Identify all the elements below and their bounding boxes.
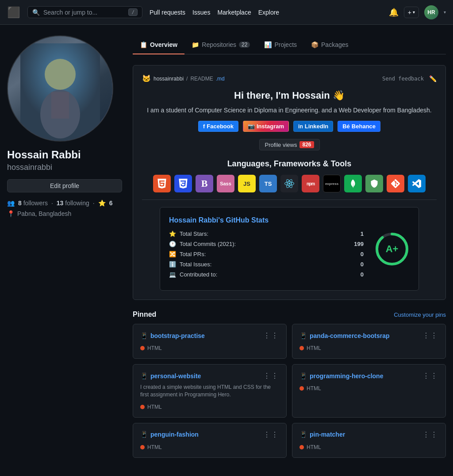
navbar-links: Pull requests Issues Marketplace Explore (150, 9, 279, 16)
pinned-repo-name[interactable]: bootstrap-practise (150, 332, 205, 339)
social-badges: f Facebook 📷 Instagram in LinkedIn Bé Be… (142, 121, 437, 132)
pinned-card-header: 📱 programming-hero-clone ⋮⋮ (299, 372, 438, 380)
readme-separator: / (186, 76, 188, 82)
user-avatar[interactable]: HR (424, 5, 438, 19)
nav-explore[interactable]: Explore (258, 9, 279, 16)
readme-actions: Send feedback ✏️ (382, 75, 437, 82)
readme-filename: README (190, 76, 213, 82)
pinned-header: Pinned Customize your pins (133, 311, 446, 319)
github-logo-icon[interactable]: ⬛ (7, 6, 20, 19)
stat-value-issues: 0 (350, 261, 364, 268)
svg-rect-3 (51, 92, 69, 119)
profile-views-count: 826 (299, 141, 314, 148)
express-icon: express (323, 175, 341, 192)
lang-name: HTML (147, 404, 162, 410)
pinned-repo-name[interactable]: programming-hero-clone (310, 372, 383, 380)
nav-marketplace[interactable]: Marketplace (217, 9, 251, 16)
search-bar[interactable]: 🔍 Search or jump to... / (27, 6, 142, 18)
projects-icon: 📊 (264, 41, 272, 48)
pinned-card-desc: I created a simple website using HTML an… (140, 384, 279, 399)
lang-dot (299, 386, 304, 391)
stats-title: Hossain Rabbi's GitHub Stats (169, 216, 364, 224)
edit-readme-icon[interactable]: ✏️ (429, 75, 437, 82)
edit-profile-button[interactable]: Edit profile (7, 179, 122, 192)
pinned-menu-icon[interactable]: ⋮⋮ (422, 430, 438, 439)
stat-value-commits: 199 (350, 241, 364, 247)
git-icon (387, 175, 404, 192)
nav-pull-requests[interactable]: Pull requests (150, 9, 185, 16)
grade-circle: A+ (374, 231, 410, 267)
following-count[interactable]: 13 following (57, 200, 89, 207)
main-content: 📋 Overview 📁 Repositories 22 📊 Projects … (133, 35, 446, 458)
sidebar: 🏠 Hossain Rabbi hossainrabbi Edit profil… (7, 35, 122, 458)
linkedin-badge[interactable]: in LinkedIn (293, 121, 333, 132)
pinned-card-title-row: 📱 bootstrap-practise (140, 332, 205, 339)
stat-label-commits: Total Commits (2021): (180, 241, 347, 247)
lang-dot (140, 405, 145, 409)
behance-badge[interactable]: Bé Behance (338, 121, 380, 132)
pinned-repo-name[interactable]: personal-website (150, 372, 201, 380)
tab-repositories[interactable]: 📁 Repositories 22 (184, 36, 257, 54)
behance-icon: Bé (342, 123, 350, 130)
languages-heading: Languages, Frameworks & Tools (142, 159, 437, 169)
mongodb-icon (344, 175, 362, 192)
pinned-repo-name[interactable]: penguin-fashion (150, 431, 199, 438)
list-item: 📱 panda-commerce-bootsrap ⋮⋮ HTML (292, 324, 446, 359)
pinned-card-header: 📱 bootstrap-practise ⋮⋮ (140, 331, 279, 340)
list-item: 📱 pin-matcher ⋮⋮ HTML (292, 423, 446, 458)
lang-dot (140, 445, 145, 449)
repo-card-icon: 📱 (299, 372, 307, 380)
vscode-icon (408, 175, 426, 192)
pinned-menu-icon[interactable]: ⋮⋮ (422, 372, 438, 380)
readme-header: 🐱 hossainrabbi / README .md Send feedbac… (142, 74, 437, 83)
stars-count: 6 (109, 200, 113, 207)
pinned-menu-icon[interactable]: ⋮⋮ (263, 372, 279, 380)
grade-letter: A+ (386, 243, 399, 255)
pinned-card-title-row: 📱 panda-commerce-bootsrap (299, 332, 389, 339)
pinned-repo-name[interactable]: panda-commerce-bootsrap (310, 332, 389, 339)
list-item: 📱 programming-hero-clone ⋮⋮ HTML (292, 364, 446, 418)
pinned-card-title-row: 📱 pin-matcher (299, 431, 345, 438)
navbar-right: 🔔 + ▾ HR ▾ (389, 5, 446, 19)
followers-icon: 👥 (7, 200, 15, 207)
sass-icon: Sass (217, 175, 234, 192)
stat-row-commits: 🕐 Total Commits (2021): 199 (169, 241, 364, 247)
profile-display-name: Hossain Rabbi (7, 149, 122, 161)
pinned-menu-icon[interactable]: ⋮⋮ (263, 430, 279, 439)
pinned-repo-name[interactable]: pin-matcher (310, 431, 345, 438)
nav-issues[interactable]: Issues (192, 9, 210, 16)
notifications-icon[interactable]: 🔔 (389, 8, 399, 17)
svg-point-1 (45, 59, 76, 90)
tab-packages[interactable]: 📦 Packages (304, 36, 355, 54)
pinned-card-title-row: 📱 personal-website (140, 372, 201, 380)
send-feedback-link[interactable]: Send feedback (382, 76, 424, 82)
create-button[interactable]: + ▾ (404, 7, 419, 18)
lang-name: HTML (147, 345, 162, 351)
tab-projects[interactable]: 📊 Projects (257, 36, 304, 54)
clock-stat-icon: 🕐 (169, 241, 176, 247)
avatar-initials: HR (427, 9, 435, 15)
typescript-icon: TS (259, 175, 277, 192)
pinned-lang-row: HTML (299, 444, 438, 450)
lang-name: HTML (307, 385, 321, 392)
profile-views-badge: Profile views 826 (259, 139, 320, 150)
stat-label-prs: Total PRs: (180, 251, 347, 257)
pr-stat-icon: 🔀 (169, 251, 176, 257)
avatar-chevron-icon: ▾ (444, 10, 446, 15)
pinned-menu-icon[interactable]: ⋮⋮ (263, 331, 279, 340)
readme-title: 🐱 hossainrabbi / README .md (142, 74, 225, 83)
customize-pins-link[interactable]: Customize your pins (394, 311, 446, 318)
followers-row: 👥 8 followers · 13 following · ⭐ 6 (7, 200, 122, 207)
readme-cat-icon: 🐱 (142, 74, 151, 83)
facebook-badge[interactable]: f Facebook (198, 121, 238, 132)
pinned-menu-icon[interactable]: ⋮⋮ (422, 331, 438, 340)
list-item: 📱 penguin-fashion ⋮⋮ HTML (133, 423, 287, 458)
star-stat-icon: ⭐ (169, 230, 176, 237)
search-kbd: / (128, 8, 138, 16)
followers-count[interactable]: 8 followers (18, 200, 48, 207)
issue-stat-icon: ℹ️ (169, 261, 176, 268)
tab-overview[interactable]: 📋 Overview (133, 36, 184, 54)
pinned-card-header: 📱 penguin-fashion ⋮⋮ (140, 430, 279, 439)
stat-value-prs: 0 (350, 251, 364, 257)
instagram-badge[interactable]: 📷 Instagram (243, 121, 289, 132)
